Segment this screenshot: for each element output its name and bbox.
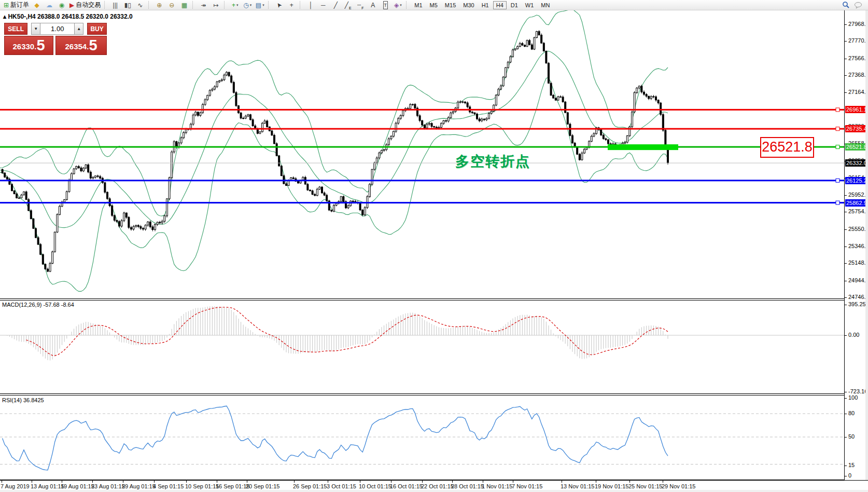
time-tick-label: 19 Nov 01:15 — [595, 483, 628, 489]
axis-tick — [845, 297, 847, 298]
price-level-label: 26521.8 — [845, 143, 866, 151]
line-handle[interactable] — [836, 145, 839, 149]
timeframe-h1-button[interactable]: H1 — [479, 1, 492, 9]
volume-increase-button[interactable]: ▲ — [74, 23, 83, 35]
line-handle[interactable] — [836, 179, 839, 182]
ohlc-values: 26388.0 26418.5 26320.0 26332.0 — [37, 13, 133, 20]
indicators-dropdown-icon[interactable]: ▾ — [236, 3, 239, 7]
horizontal-line-icon: ─ — [321, 2, 326, 9]
fibonacci-button[interactable]: ┄F — [354, 1, 367, 10]
zoom-out-button[interactable]: ⊖ — [165, 1, 178, 10]
price-level-label: 26735.4 — [845, 125, 866, 132]
metaeditor-button[interactable]: ◆ — [31, 1, 43, 10]
main-chart-pane[interactable] — [0, 10, 844, 298]
time-tick-label: 13 Aug 01:15 — [31, 483, 64, 489]
arrows-dropdown-icon[interactable]: ▾ — [400, 3, 402, 7]
line-handle[interactable] — [836, 201, 839, 204]
auto-scroll-button[interactable]: ↠ — [197, 1, 209, 10]
templates-button[interactable]: ▤▾ — [254, 1, 266, 10]
tile-windows-button[interactable]: ▦ — [178, 1, 190, 10]
periods-button[interactable]: ◷▾ — [241, 1, 254, 10]
price-level-label: 26961.1 — [845, 106, 866, 113]
equidistant-channel-icon: ╱ — [345, 2, 348, 9]
horizontal-level-line[interactable] — [0, 180, 844, 181]
time-tick-label: 13 Nov 01:15 — [561, 483, 594, 489]
indicators-button[interactable]: +▾ — [229, 1, 241, 10]
timeframe-w1-button[interactable]: W1 — [522, 1, 537, 9]
community-button[interactable]: ☁ — [43, 1, 55, 10]
search-icon[interactable] — [842, 1, 850, 9]
cursor-button[interactable]: ➤ — [273, 1, 285, 10]
trendline-button[interactable]: ╱ — [329, 1, 342, 10]
crosshair-button[interactable]: + — [285, 1, 298, 10]
sell-price-button[interactable]: 26330.5 — [4, 36, 53, 55]
templates-dropdown-icon[interactable]: ▾ — [262, 3, 264, 7]
horizontal-line-button[interactable]: ─ — [317, 1, 329, 10]
main-toolbar: ⊞新订单◆☁◉▶自动交易|||▮▯∿⊕⊖▦↠↦+▾◷▾▤▾➤+│─╱╱E┄FAT… — [0, 0, 868, 10]
price-axis[interactable]: 27968.027770.027566.027368.027164.026760… — [844, 10, 866, 480]
auto-scroll-icon: ↠ — [201, 2, 206, 9]
axis-tick — [845, 414, 847, 414]
timeframe-m30-button[interactable]: M30 — [460, 1, 477, 9]
timeframe-mn-button[interactable]: MN — [538, 1, 553, 9]
rsi-scale-label: 0 — [848, 472, 851, 479]
rsi-label: RSI(14) 36.8425 — [2, 397, 44, 403]
sell-button[interactable]: SELL — [4, 23, 27, 35]
axis-tick — [845, 75, 847, 76]
horizontal-level-line[interactable] — [0, 202, 844, 203]
timeframe-m15-button[interactable]: M15 — [442, 1, 459, 9]
periods-dropdown-icon[interactable]: ▾ — [250, 3, 252, 7]
line-handle[interactable] — [836, 108, 839, 112]
time-tick-label: 10 Oct 01:15 — [359, 483, 391, 489]
text-icon: A — [371, 2, 375, 9]
arrows-button[interactable]: ◈▾ — [391, 1, 404, 10]
line-chart-button[interactable]: ∿ — [134, 1, 146, 10]
pane-divider-main-macd[interactable] — [0, 298, 844, 299]
autotrading-button[interactable]: ▶自动交易 — [68, 1, 102, 10]
axis-tick — [845, 92, 847, 93]
timeframe-d1-button[interactable]: D1 — [508, 1, 521, 9]
text-label-button[interactable]: T — [379, 1, 391, 10]
chart-shift-button[interactable]: ↦ — [209, 1, 222, 10]
volume-input[interactable] — [40, 23, 74, 35]
bar-chart-button[interactable]: ||| — [109, 1, 121, 10]
volume-decrease-button[interactable]: ▼ — [31, 23, 40, 35]
timeframe-h4-button[interactable]: H4 — [493, 1, 507, 9]
horizontal-level-line[interactable] — [0, 109, 844, 111]
trend-note-annotation[interactable]: 多空转折点 — [455, 152, 530, 171]
highlight-bar[interactable] — [608, 144, 678, 150]
new-order-icon: ⊞ — [4, 2, 9, 9]
timeframe-m5-button[interactable]: M5 — [427, 1, 441, 9]
vertical-line-button[interactable]: │ — [304, 1, 317, 10]
text-button[interactable]: A — [367, 1, 379, 10]
price-callout-box[interactable]: 26521.8 — [760, 137, 814, 158]
time-tick — [32, 481, 32, 483]
time-tick — [452, 481, 453, 483]
time-tick-label: 28 Oct 01:15 — [451, 483, 484, 489]
time-tick — [328, 481, 328, 483]
zoom-out-icon: ⊖ — [169, 2, 174, 9]
time-tick — [483, 481, 483, 483]
horizontal-level-line[interactable] — [0, 146, 844, 148]
buy-price-button[interactable]: 26354.5 — [55, 36, 107, 55]
chat-icon[interactable] — [854, 2, 863, 9]
axis-tick — [845, 476, 847, 476]
toolbar-separator — [224, 1, 227, 9]
signals-button[interactable]: ◉ — [55, 1, 68, 10]
horizontal-level-line[interactable] — [0, 128, 844, 130]
bottom-strip — [0, 490, 868, 492]
buy-button[interactable]: BUY — [87, 23, 107, 35]
zoom-in-button[interactable]: ⊕ — [153, 1, 165, 10]
axis-tick — [845, 392, 847, 392]
equidistant-channel-button[interactable]: ╱E — [342, 1, 354, 10]
collapse-panel-icon[interactable]: ▴ — [3, 13, 6, 20]
timeframe-m1-button[interactable]: M1 — [411, 1, 425, 9]
one-click-trading-panel: SELL ▼ ▲ BUY 26330.5 26354.5 — [4, 23, 107, 55]
rsi-pane[interactable] — [0, 395, 844, 480]
new-order-button[interactable]: ⊞新订单 — [2, 1, 31, 10]
trading-terminal-window: ⊞新订单◆☁◉▶自动交易|||▮▯∿⊕⊖▦↠↦+▾◷▾▤▾➤+│─╱╱E┄FAT… — [0, 0, 868, 492]
candlestick-chart-button[interactable]: ▮▯ — [121, 1, 134, 10]
pane-divider-macd-rsi[interactable] — [0, 393, 844, 394]
macd-pane[interactable] — [0, 300, 844, 393]
line-handle[interactable] — [836, 127, 839, 131]
